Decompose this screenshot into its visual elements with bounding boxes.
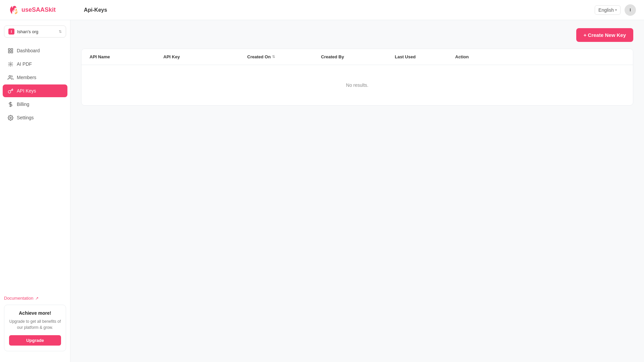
logo-icon bbox=[8, 5, 19, 15]
external-link-icon: ↗ bbox=[35, 296, 39, 301]
upgrade-card-description: Upgrade to get all benefits of our platf… bbox=[9, 318, 61, 330]
table-header: API Name API Key Created On ⇅ Created By… bbox=[82, 49, 633, 65]
table-body: No results. bbox=[82, 65, 633, 105]
svg-point-5 bbox=[9, 75, 11, 77]
logo-kit-text: kit bbox=[49, 6, 56, 13]
th-action: Action bbox=[455, 54, 495, 59]
logo-text: useSAASkit bbox=[21, 6, 56, 13]
th-action-label: Action bbox=[455, 54, 469, 59]
dashboard-icon bbox=[7, 48, 13, 54]
content-header: + Create New Key bbox=[81, 28, 633, 42]
upgrade-button[interactable]: Upgrade bbox=[9, 335, 61, 346]
org-name: Ishan's org bbox=[17, 29, 56, 34]
th-created-by-label: Created By bbox=[321, 54, 344, 59]
org-initial: I bbox=[8, 28, 14, 35]
sidebar-item-dashboard-label: Dashboard bbox=[17, 48, 40, 53]
billing-icon bbox=[7, 101, 13, 107]
header-right: English ▾ I bbox=[595, 4, 636, 16]
upgrade-card: Achieve more! Upgrade to get all benefit… bbox=[4, 305, 66, 351]
language-label: English bbox=[598, 7, 614, 13]
sidebar-item-settings[interactable]: Settings bbox=[3, 111, 67, 124]
sidebar-item-settings-label: Settings bbox=[17, 115, 34, 120]
documentation-label: Documentation bbox=[4, 296, 33, 301]
org-selector[interactable]: I Ishan's org ⇅ bbox=[4, 25, 66, 38]
sidebar: I Ishan's org ⇅ Dashboard AI PDF bbox=[0, 20, 70, 362]
sidebar-item-members-label: Members bbox=[17, 75, 36, 80]
avatar[interactable]: I bbox=[625, 4, 636, 16]
logo-area: useSAASkit bbox=[8, 5, 78, 15]
svg-point-7 bbox=[10, 117, 11, 118]
th-last-used: Last Used bbox=[395, 54, 455, 59]
th-api-name: API Name bbox=[90, 54, 163, 59]
sidebar-item-api-keys-label: API Keys bbox=[17, 88, 36, 94]
api-keys-icon bbox=[7, 88, 13, 94]
logo-saas-text: SAAS bbox=[32, 6, 49, 13]
sidebar-item-ai-pdf[interactable]: AI PDF bbox=[3, 58, 67, 70]
ai-pdf-icon bbox=[7, 61, 13, 67]
th-created-on-label: Created On bbox=[247, 54, 271, 59]
th-api-key-label: API Key bbox=[163, 54, 180, 59]
main-content: + Create New Key API Name API Key Create… bbox=[70, 20, 644, 362]
svg-rect-2 bbox=[8, 51, 10, 53]
th-created-on[interactable]: Created On ⇅ bbox=[247, 54, 321, 59]
svg-rect-0 bbox=[8, 49, 10, 50]
sidebar-item-members[interactable]: Members bbox=[3, 71, 67, 84]
th-api-key: API Key bbox=[163, 54, 247, 59]
sidebar-item-billing[interactable]: Billing bbox=[3, 98, 67, 111]
sidebar-item-billing-label: Billing bbox=[17, 102, 29, 107]
sort-icon: ⇅ bbox=[272, 55, 275, 59]
app-layout: I Ishan's org ⇅ Dashboard AI PDF bbox=[0, 20, 644, 362]
sidebar-item-dashboard[interactable]: Dashboard bbox=[3, 44, 67, 57]
chevron-down-icon: ▾ bbox=[615, 8, 617, 12]
svg-rect-1 bbox=[11, 49, 12, 50]
create-new-key-button[interactable]: + Create New Key bbox=[576, 28, 633, 42]
members-icon bbox=[7, 74, 13, 80]
sidebar-nav: Dashboard AI PDF Members bbox=[0, 44, 70, 290]
page-title-area: Api-Keys bbox=[78, 7, 595, 13]
no-results-text: No results. bbox=[333, 69, 382, 101]
sidebar-bottom: Documentation ↗ Achieve more! Upgrade to… bbox=[0, 290, 70, 357]
svg-rect-3 bbox=[11, 51, 12, 53]
svg-point-4 bbox=[10, 63, 11, 65]
th-api-name-label: API Name bbox=[90, 54, 110, 59]
th-created-by: Created By bbox=[321, 54, 395, 59]
api-keys-table: API Name API Key Created On ⇅ Created By… bbox=[81, 49, 633, 106]
settings-icon bbox=[7, 115, 13, 121]
sidebar-item-api-keys[interactable]: API Keys bbox=[3, 84, 67, 97]
language-selector[interactable]: English ▾ bbox=[595, 5, 621, 15]
logo-use-text: use bbox=[21, 6, 32, 13]
org-chevron-icon: ⇅ bbox=[59, 29, 62, 34]
top-header: useSAASkit Api-Keys English ▾ I bbox=[0, 0, 644, 20]
page-title: Api-Keys bbox=[84, 7, 107, 13]
documentation-link[interactable]: Documentation ↗ bbox=[4, 296, 66, 301]
upgrade-card-title: Achieve more! bbox=[9, 310, 61, 316]
sidebar-item-ai-pdf-label: AI PDF bbox=[17, 61, 32, 67]
th-last-used-label: Last Used bbox=[395, 54, 416, 59]
